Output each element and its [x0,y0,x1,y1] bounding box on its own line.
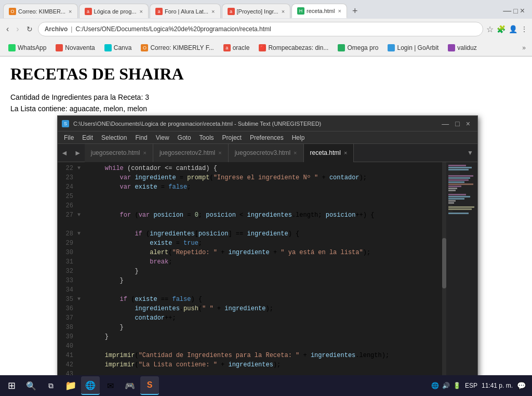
battery-icon[interactable]: 🔋 [453,382,461,389]
bookmarks-overflow[interactable]: » [520,43,528,52]
sublime-tab-prev-icon[interactable]: ◄ [58,149,71,157]
menu-project[interactable]: Project [218,133,246,142]
taskbar-photos[interactable]: 🎮 [121,376,139,395]
bookmark-goarbit[interactable]: Login | GoArbit [383,43,443,52]
bookmark-validuz[interactable]: validuz [444,43,481,52]
code-editor[interactable]: 222324252627 282930313233343536373839404… [58,162,477,396]
tab-receta-label: receta.html [307,8,335,14]
code-line-30: alert("Repetido: " + ingrediente + " ya … [90,248,441,257]
menu-selection[interactable]: Selection [97,133,131,142]
bookmark-whatsapp[interactable]: WhatsApp [4,43,50,52]
tab-proyecto-close[interactable]: × [282,8,285,15]
tab-email[interactable]: O Correo: KIMBER... × [3,4,78,18]
menu-help[interactable]: Help [288,133,309,142]
line-numbers: 222324252627 282930313233343536373839404… [58,162,77,396]
code-line-23: var ingrediente = prompt("Ingrese el ing… [90,173,441,182]
bookmark-validuz-label: validuz [457,44,476,51]
notification-icon[interactable]: 💬 [517,381,526,390]
sublime-close-button[interactable]: × [463,120,473,128]
code-line-22: while (contador <= cantidad) { [90,164,441,173]
bookmark-canva[interactable]: Canva [100,43,136,52]
search-icon: 🔍 [26,381,36,391]
bookmark-novaventa[interactable]: Novaventa [51,43,99,52]
extension-puzzle-icon[interactable]: 🧩 [497,25,506,33]
bookmark-star-icon[interactable]: ☆ [486,24,494,34]
taskbar-search-button[interactable]: 🔍 [22,376,41,395]
tab-logica[interactable]: a Lógica de prog... × [79,4,149,18]
menu-find[interactable]: Find [131,133,151,142]
bookmark-goarbit-label: Login | GoArbit [397,44,438,51]
email-icon: ✉ [107,381,114,391]
bookmark-rompecabezas[interactable]: 🔴 Rompecabezas: din... [255,43,332,52]
menu-edit[interactable]: Edit [78,133,97,142]
code-content[interactable]: while (contador <= cantidad) { var ingre… [86,162,477,396]
page-title: RECETAS DE SHAIRA [10,64,522,84]
bookmark-oracle[interactable]: a oracle [219,43,254,52]
menu-icon[interactable]: ⋮ [521,25,528,33]
time-display[interactable]: 11:41 p. m. [482,382,513,389]
tab-new-button[interactable]: + [348,4,362,19]
tab-foro-close[interactable]: × [211,8,215,15]
browser-minimize[interactable]: — [503,6,511,16]
tab-foro-label: Foro | Alura Lat... [165,8,208,15]
menu-preferences[interactable]: Preferences [246,133,288,142]
tab-foro[interactable]: a Foro | Alura Lat... × [150,4,221,18]
clock: 11:41 p. m. [482,382,513,389]
tab-proyecto[interactable]: a [Proyecto] Ingr... × [222,4,291,18]
menu-view[interactable]: View [152,133,174,142]
profile-icon[interactable]: 👤 [509,25,517,33]
bookmark-novaventa-label: Novaventa [65,44,95,51]
tab-receta[interactable]: H receta.html × [291,4,347,18]
browser-maximize[interactable]: □ [513,7,517,15]
minimap[interactable] [446,162,477,396]
back-button[interactable]: ‹ [4,23,11,35]
taskbar-email[interactable]: ✉ [101,376,119,395]
sublime-tab-juegosecreto[interactable]: juegosecreto.html × [85,144,153,162]
menu-file[interactable]: File [60,133,78,142]
sublime-icon: S [147,380,153,390]
fold-column: ▼ ▼ ▼ ▼ [77,162,86,396]
address-input[interactable]: Archivo | C:/Users/ONE/Documents/Logica%… [38,22,483,36]
editor-scrollbar[interactable] [442,162,446,396]
tab-logica-close[interactable]: × [139,8,142,15]
network-icon[interactable]: 🌐 [431,382,439,389]
sublime-tab-juegosecretov3-close[interactable]: × [294,150,297,156]
code-line-34 [90,285,441,295]
address-scheme: Archivo [45,25,68,33]
sublime-tab-next-icon[interactable]: ► [71,149,85,157]
bookmark-correo-label: Correo: KIMBERLY F... [150,44,214,51]
sublime-tab-juegosecreto-close[interactable]: × [143,150,146,156]
taskbar-sublime[interactable]: S [140,376,159,395]
refresh-button[interactable]: ↻ [24,24,35,34]
taskbar-start-button[interactable]: ⊞ [2,376,21,395]
taskbar-chrome[interactable]: 🌐 [81,376,100,395]
code-line-26 [90,201,441,210]
sublime-tab-receta-active[interactable]: receta.html × [304,144,354,162]
code-line-38: } [90,323,441,332]
sublime-maximize-button[interactable]: □ [452,120,462,128]
code-line-41: imprimir("Cantidad de Ingredientes para … [90,351,441,360]
code-line-40 [90,341,441,351]
volume-icon[interactable]: 🔊 [442,382,450,389]
sublime-tab-juegosecretov3[interactable]: juegosecretov3.html × [229,144,304,162]
page-info2: La Lista contiene: aguacate, melon, melo… [10,103,522,114]
tab-email-close[interactable]: × [69,8,72,15]
taskbar-task-view[interactable]: ⧉ [42,376,60,395]
forward-button[interactable]: › [14,23,21,35]
language-indicator[interactable]: ESP [465,382,477,389]
sublime-minimize-button[interactable]: — [438,120,452,128]
sublime-tab-juegosecretov2-close[interactable]: × [218,150,221,156]
sublime-tab-juegosecretov2[interactable]: juegosecretov2.html × [153,144,229,162]
bookmark-omega[interactable]: Omega pro [334,43,382,52]
sublime-tab-receta-close[interactable]: × [344,150,347,156]
menu-goto[interactable]: Goto [174,133,195,142]
browser-close[interactable]: × [520,6,525,16]
scrollbar-thumb[interactable] [442,238,446,288]
menu-tools[interactable]: Tools [195,133,218,142]
tab-receta-close[interactable]: × [338,8,341,14]
taskbar-explorer[interactable]: 📁 [61,376,80,395]
page-info1: Cantidad de Ingredientes para la Receta:… [10,91,522,103]
sublime-tab-juegosecreto-label: juegosecreto.html [91,149,140,156]
sublime-tab-overflow-icon[interactable]: ▼ [463,149,477,156]
bookmark-correo[interactable]: O Correo: KIMBERLY F... [137,43,218,52]
